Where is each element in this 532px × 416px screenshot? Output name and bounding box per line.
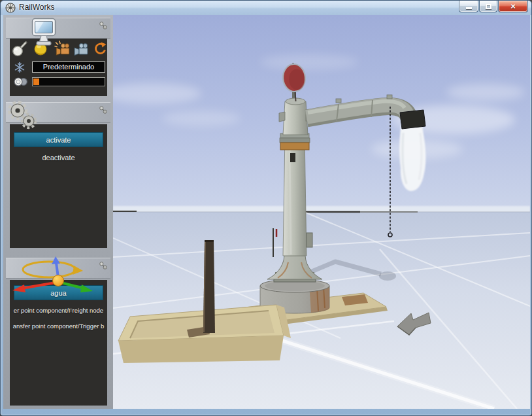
minimize-icon (466, 7, 472, 9)
list-item-label: deactivate (42, 154, 75, 162)
maximize-icon (486, 4, 491, 9)
slider-handle[interactable] (33, 78, 39, 85)
list-item-label: ansfer point component/Trigger b (13, 322, 105, 330)
water-spout (400, 110, 425, 129)
window-controls: × (458, 1, 528, 12)
list-item-label: er point component/Freight node (14, 307, 103, 314)
link-icon[interactable] (99, 261, 108, 270)
monitor-icon (29, 16, 58, 50)
blend-circles-icon (12, 77, 29, 87)
sidebar: Predeterminado (3, 15, 113, 409)
water-plume (399, 122, 425, 191)
list-item-deactivate[interactable]: deactivate (10, 151, 107, 164)
list-item-freight-node[interactable]: er point component/Freight node (10, 304, 107, 316)
trough-pole (203, 240, 215, 333)
railworks-window: RailWorks × (0, 0, 532, 416)
window-title: RailWorks (19, 3, 54, 12)
camera-icon[interactable] (73, 40, 90, 57)
close-button[interactable]: × (498, 1, 528, 12)
reset-rotation-icon[interactable] (91, 40, 108, 57)
sphere-brush-icon[interactable] (11, 40, 28, 57)
maximize-button[interactable] (479, 1, 497, 12)
panel-transform-body: agua er point component/Freight node ans… (10, 280, 107, 406)
viewport-3d[interactable] (113, 15, 530, 409)
brightness-slider[interactable] (32, 77, 105, 86)
client-area: Predeterminado (3, 15, 530, 409)
environment-field[interactable]: Predeterminado (32, 61, 105, 73)
link-icon[interactable] (99, 105, 108, 114)
list-item-trigger[interactable]: ansfer point component/Trigger b (10, 320, 107, 332)
close-icon: × (510, 1, 516, 12)
gears-icon (6, 101, 41, 133)
panel-camera-body: Predeterminado (10, 39, 107, 96)
scene-svg (113, 15, 530, 409)
axis-gizmo-icon (7, 256, 93, 296)
snowflake-icon (14, 61, 25, 73)
railworks-logo-icon (5, 3, 16, 13)
list-item-activate[interactable]: activate (14, 132, 103, 147)
panel-header-camera[interactable] (6, 18, 110, 39)
list-item-label: activate (46, 136, 71, 144)
link-icon[interactable] (99, 21, 108, 30)
panel-actions-body: activate deactivate (10, 124, 107, 248)
rust-collar (280, 143, 309, 150)
minimize-button[interactable] (459, 1, 478, 12)
title-bar[interactable]: RailWorks × (1, 1, 532, 15)
